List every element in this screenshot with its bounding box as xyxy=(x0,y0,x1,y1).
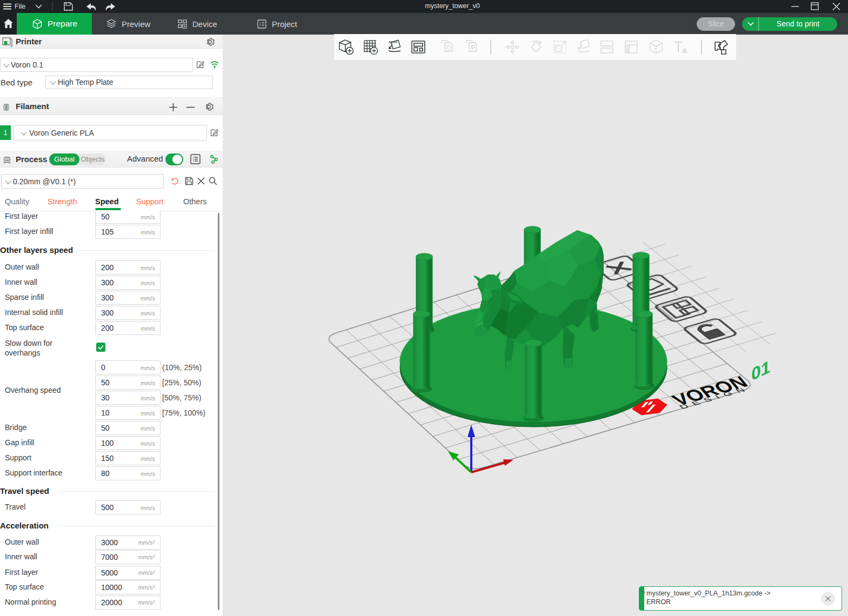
svg-text:File: File xyxy=(15,3,25,10)
svg-text:AUTO: AUTO xyxy=(389,41,397,44)
svg-text:a: a xyxy=(682,45,687,55)
svg-text:01: 01 xyxy=(751,356,771,385)
